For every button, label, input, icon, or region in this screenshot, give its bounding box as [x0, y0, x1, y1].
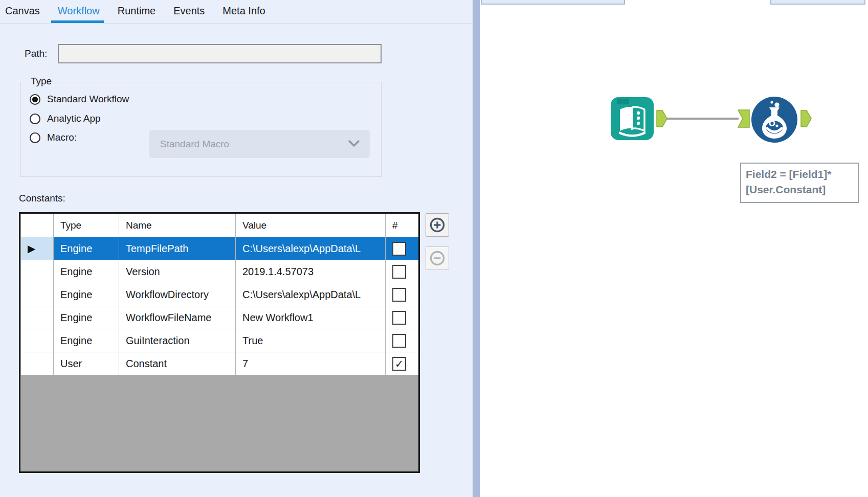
radio-button-icon [30, 132, 40, 143]
text-input-tool[interactable] [611, 97, 654, 140]
constant-name-cell[interactable]: Constant [119, 352, 236, 375]
formula-annotation[interactable]: Field2 = [Field1]* [User.Constant] [740, 163, 859, 203]
annotation-line: [User.Constant] [746, 182, 853, 197]
row-selector-arrow-icon[interactable] [21, 329, 54, 352]
row-selector-arrow-icon[interactable] [21, 352, 54, 375]
constant-name-cell[interactable]: TempFilePath [119, 237, 236, 260]
col-header-type: Type [54, 214, 119, 237]
row-selector-arrow-icon[interactable] [21, 283, 54, 306]
col-header-selector [21, 214, 54, 237]
row-selector-arrow-icon[interactable]: ▶ [21, 237, 54, 260]
radio-macro[interactable]: Macro: [30, 132, 77, 143]
constant-type-cell[interactable]: Engine [54, 306, 119, 329]
constant-name-cell[interactable]: WorkflowDirectory [119, 283, 236, 306]
numeric-checkbox[interactable] [392, 334, 406, 348]
formula-tool[interactable] [751, 96, 798, 143]
constant-value-cell[interactable]: 7 [236, 352, 386, 375]
constants-label: Constants: [19, 193, 65, 204]
constant-type-cell[interactable]: User [54, 352, 119, 375]
radio-standard-workflow[interactable]: Standard Workflow [30, 94, 129, 105]
canvas-document-tab-edge [481, 0, 625, 5]
type-groupbox: Type Standard Workflow Analytic App Macr… [20, 82, 382, 177]
constant-value-cell[interactable]: C:\Users\alexp\AppData\L [236, 283, 386, 306]
add-constant-button[interactable] [426, 213, 449, 237]
constant-type-cell[interactable]: Engine [54, 283, 119, 306]
tab-meta-info[interactable]: Meta Info [221, 1, 266, 23]
constant-value-cell[interactable]: 2019.1.4.57073 [236, 260, 386, 283]
remove-constant-button[interactable] [426, 246, 449, 270]
constant-type-cell[interactable]: Engine [54, 260, 119, 283]
col-header-numeric: # [386, 214, 419, 237]
tab-workflow[interactable]: Workflow [57, 1, 101, 23]
numeric-checkbox[interactable] [392, 311, 406, 325]
circle-plus-icon [429, 217, 446, 233]
connection-wire [667, 118, 739, 120]
constants-row[interactable]: ▶ Engine TempFilePath C:\Users\alexp\App… [21, 237, 419, 260]
constants-grid: Type Name Value # ▶ Engine TempFilePath … [19, 212, 420, 473]
col-header-name: Name [119, 214, 236, 237]
path-label: Path: [25, 48, 47, 59]
configuration-tabbar: Canvas Workflow Runtime Events Meta Info [0, 0, 473, 24]
numeric-checkbox[interactable]: ✓ [392, 357, 406, 371]
constants-row[interactable]: Engine WorkflowDirectory C:\Users\alexp\… [21, 283, 419, 306]
constants-row[interactable]: Engine WorkflowFileName New Workflow1 [21, 306, 419, 329]
formula-input-anchor [738, 109, 750, 128]
constant-type-cell[interactable]: Engine [54, 237, 119, 260]
constant-value-cell[interactable]: C:\Users\alexp\AppData\L [236, 237, 386, 260]
constant-type-cell[interactable]: Engine [54, 329, 119, 352]
numeric-checkbox[interactable] [392, 265, 406, 279]
numeric-checkbox[interactable] [392, 288, 406, 302]
constants-row[interactable]: Engine Version 2019.1.4.57073 [21, 260, 419, 283]
workflow-configuration-panel: Canvas Workflow Runtime Events Meta Info… [0, 0, 473, 497]
numeric-checkbox[interactable] [392, 242, 406, 256]
radio-analytic-app[interactable]: Analytic App [30, 113, 101, 124]
row-selector-arrow-icon[interactable] [21, 306, 54, 329]
formula-output-anchor [800, 110, 812, 127]
macro-type-dropdown-value: Standard Macro [160, 130, 229, 158]
chevron-down-icon [348, 140, 360, 147]
constants-header-row: Type Name Value # [21, 214, 419, 237]
constants-row[interactable]: User Constant 7 ✓ [21, 352, 419, 375]
circle-minus-icon [429, 250, 446, 266]
radio-label: Standard Workflow [47, 94, 129, 105]
canvas-document-tab-edge [770, 0, 865, 5]
text-input-output-anchor [656, 110, 667, 127]
radio-button-icon [30, 114, 40, 124]
workflow-canvas[interactable]: Field2 = [Field1]* [User.Constant] [480, 0, 868, 497]
radio-label: Analytic App [47, 113, 101, 124]
constant-name-cell[interactable]: Version [119, 260, 236, 283]
tab-canvas[interactable]: Canvas [4, 1, 41, 23]
macro-type-dropdown[interactable]: Standard Macro [149, 130, 370, 158]
radio-button-icon [30, 94, 40, 105]
tab-runtime[interactable]: Runtime [117, 1, 157, 23]
constants-row[interactable]: Engine GuiInteraction True [21, 329, 419, 352]
alteryx-designer-window: Canvas Workflow Runtime Events Meta Info… [0, 0, 868, 497]
row-selector-arrow-icon[interactable] [21, 260, 54, 283]
radio-label: Macro: [47, 132, 77, 143]
path-input[interactable] [58, 44, 382, 63]
annotation-line: Field2 = [Field1]* [746, 167, 853, 182]
panel-canvas-splitter[interactable] [473, 0, 480, 497]
type-groupbox-title: Type [28, 76, 55, 87]
constant-name-cell[interactable]: GuiInteraction [119, 329, 236, 352]
constant-name-cell[interactable]: WorkflowFileName [119, 306, 236, 329]
col-header-value: Value [236, 214, 386, 237]
constant-value-cell[interactable]: True [236, 329, 386, 352]
constant-value-cell[interactable]: New Workflow1 [236, 306, 386, 329]
tab-events[interactable]: Events [172, 1, 206, 23]
